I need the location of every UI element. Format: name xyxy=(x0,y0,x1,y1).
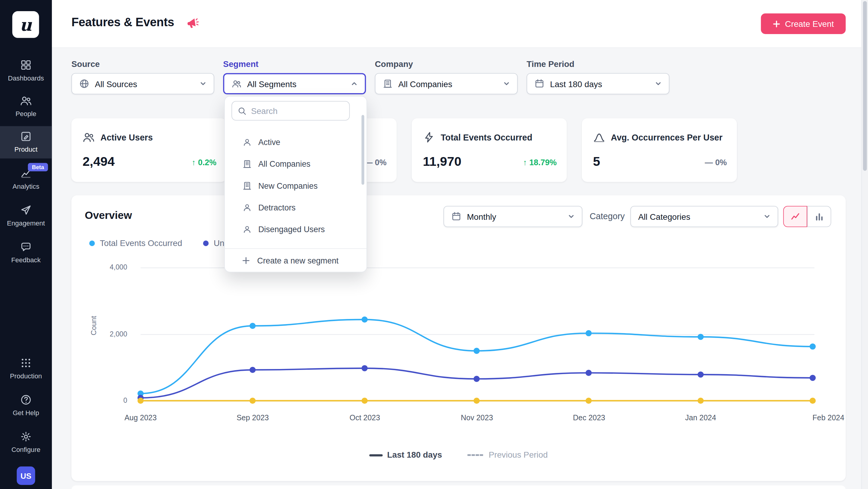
data-point[interactable] xyxy=(137,398,144,404)
stat-card-active-users: Active Users 2,494 ↑ 0.2% xyxy=(71,118,227,182)
stat-delta: — 0% xyxy=(705,158,727,167)
chart-type-bar-button[interactable] xyxy=(807,206,831,227)
legend-item-second-series[interactable]: Un xyxy=(203,238,224,247)
category-select-value: All Categories xyxy=(638,212,758,221)
sidebar-item-engagement[interactable]: Engagement xyxy=(0,200,52,232)
data-point[interactable] xyxy=(473,398,479,404)
dropdown-item-detractors[interactable]: Detractors xyxy=(225,196,367,218)
sidebar-item-people[interactable]: People xyxy=(0,90,52,123)
data-point[interactable] xyxy=(698,398,704,404)
data-point[interactable] xyxy=(586,398,592,404)
sidebar: u Dashboards People Product Beta Analyti… xyxy=(0,0,52,489)
company-select[interactable]: All Companies xyxy=(375,73,518,94)
delta-value: 0.2% xyxy=(198,158,216,167)
interval-select[interactable]: Monthly xyxy=(443,206,582,227)
globe-icon xyxy=(79,79,89,89)
create-segment-label: Create a new segment xyxy=(257,256,338,265)
paper-plane-icon xyxy=(20,204,32,216)
series-line xyxy=(141,368,812,398)
dropdown-item-disengaged-users[interactable]: Disengaged Users xyxy=(225,218,367,240)
x-tick: Dec 2023 xyxy=(561,414,617,422)
sidebar-item-analytics[interactable]: Beta Analytics xyxy=(0,163,52,195)
segment-select[interactable]: All Segments xyxy=(223,73,366,94)
sidebar-item-label: Engagement xyxy=(7,219,45,227)
data-point[interactable] xyxy=(362,398,368,404)
data-point[interactable] xyxy=(250,367,255,373)
create-event-button[interactable]: Create Event xyxy=(761,13,846,34)
building-icon xyxy=(383,79,393,89)
data-point[interactable] xyxy=(698,334,704,340)
sidebar-item-product[interactable]: Product xyxy=(0,126,52,158)
chat-bubble-icon xyxy=(20,241,32,253)
sidebar-item-dashboards[interactable]: Dashboards xyxy=(0,55,52,87)
time-period-select[interactable]: Last 180 days xyxy=(527,73,670,94)
x-tick: Jan 2024 xyxy=(673,414,728,422)
plus-icon xyxy=(773,20,781,28)
users-icon xyxy=(83,131,95,144)
userpilot-logo[interactable]: u xyxy=(12,11,39,38)
line-chart-icon xyxy=(790,211,800,221)
data-point[interactable] xyxy=(250,398,255,404)
delta-value: 0% xyxy=(375,158,387,167)
dropdown-item-label: All Companies xyxy=(258,159,310,168)
data-point[interactable] xyxy=(362,316,368,323)
create-segment-item[interactable]: Create a new segment xyxy=(225,249,367,273)
sidebar-item-label: People xyxy=(16,110,36,118)
sidebar-item-label: Analytics xyxy=(13,182,39,190)
dropdown-item-new-companies[interactable]: New Companies xyxy=(225,175,367,196)
logo-letter: u xyxy=(20,15,32,34)
category-select[interactable]: All Categories xyxy=(630,206,778,227)
legend-item-total-events[interactable]: Total Events Occurred xyxy=(89,238,182,247)
sidebar-item-label: Configure xyxy=(11,446,40,454)
line-chart xyxy=(71,254,846,430)
stat-title: Active Users xyxy=(100,133,153,143)
sidebar-item-production[interactable]: Production xyxy=(0,353,52,385)
dashboards-icon xyxy=(20,59,32,71)
overview-card: Overview Monthly Category All Categories… xyxy=(71,195,846,481)
previous-period-legend[interactable]: Previous Period xyxy=(489,450,548,459)
user-avatar[interactable]: US xyxy=(17,466,35,485)
current-period-legend[interactable]: Last 180 days xyxy=(387,450,442,459)
chevron-down-icon xyxy=(764,213,770,220)
delta-arrow-icon: ↑ xyxy=(192,158,195,167)
dropdown-item-all-companies[interactable]: All Companies xyxy=(225,153,367,175)
page-title: Features & Events xyxy=(71,16,174,30)
chart-type-line-button[interactable] xyxy=(783,206,807,227)
dropdown-item-active[interactable]: Active xyxy=(225,131,367,153)
lightning-bolt-icon xyxy=(423,131,435,144)
data-point[interactable] xyxy=(809,375,815,381)
search-icon xyxy=(238,106,247,116)
chevron-down-icon xyxy=(503,81,510,87)
scrollbar-thumb[interactable] xyxy=(863,1,867,171)
avatar-initials: US xyxy=(21,471,31,480)
dropdown-item-label: Detractors xyxy=(258,203,296,212)
dropdown-item-label: Disengaged Users xyxy=(258,224,325,234)
data-point[interactable] xyxy=(473,348,479,354)
data-point[interactable] xyxy=(809,398,815,404)
dropdown-scrollbar-thumb[interactable] xyxy=(361,115,364,184)
data-point[interactable] xyxy=(809,343,815,349)
data-point[interactable] xyxy=(698,371,704,377)
building-icon xyxy=(243,159,252,168)
segment-search[interactable] xyxy=(231,101,350,121)
data-point[interactable] xyxy=(250,323,255,329)
data-point[interactable] xyxy=(586,330,592,336)
source-select[interactable]: All Sources xyxy=(71,73,214,94)
data-point[interactable] xyxy=(473,376,479,382)
segment-users-icon xyxy=(231,79,241,89)
delta-dash-icon: — xyxy=(705,158,713,167)
chevron-down-icon xyxy=(200,81,207,87)
sidebar-item-feedback[interactable]: Feedback xyxy=(0,237,52,269)
legend-dot xyxy=(203,240,209,246)
app: u Dashboards People Product Beta Analyti… xyxy=(0,0,868,489)
segment-search-input[interactable] xyxy=(251,106,344,116)
filter-label-company: Company xyxy=(375,59,413,68)
data-point[interactable] xyxy=(586,370,592,376)
sidebar-item-configure[interactable]: Configure xyxy=(0,426,52,459)
page-scrollbar[interactable] xyxy=(861,0,868,489)
data-point[interactable] xyxy=(362,365,368,371)
chevron-down-icon xyxy=(655,81,661,87)
stat-value: 11,970 xyxy=(423,154,461,169)
x-tick: Feb 2024 xyxy=(801,414,856,422)
sidebar-item-get-help[interactable]: Get Help xyxy=(0,390,52,422)
